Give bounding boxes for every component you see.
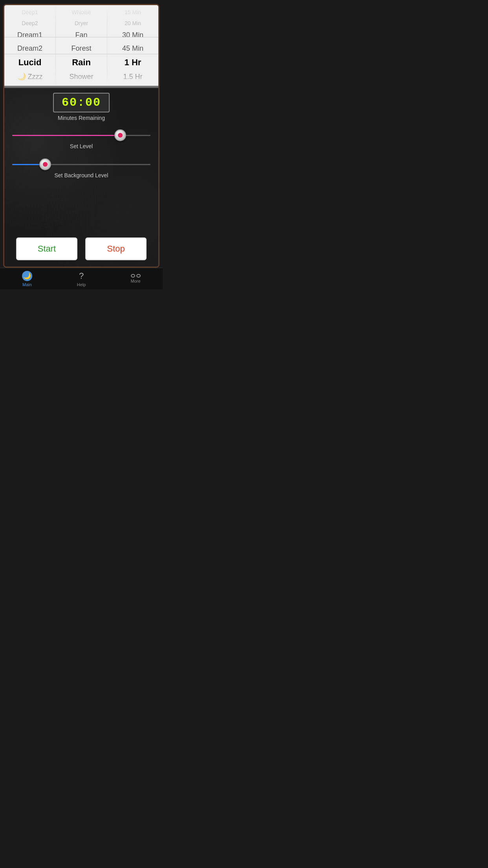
start-button[interactable]: Start [16, 237, 77, 260]
glasses-icon [131, 274, 141, 278]
list-item[interactable]: Dream1 [4, 29, 55, 42]
picker-col-sounds-right[interactable]: WNoise Dryer Fan Forest Rain Shower Stor… [56, 5, 107, 86]
level-slider-label: Set Level [12, 143, 150, 149]
list-item[interactable]: WNoise [56, 7, 107, 18]
picker-section[interactable]: Deep1 Deep2 Dream1 Dream2 Lucid 🌙 Zzzz W… [4, 5, 158, 86]
list-item[interactable]: 20 Min [107, 18, 158, 29]
nav-label-main: Main [22, 282, 32, 287]
background-slider-wrapper[interactable] [12, 157, 150, 171]
face-icon: 🌙 [22, 271, 32, 281]
nav-label-more: More [130, 279, 140, 283]
level-slider-thumb[interactable] [114, 129, 126, 141]
background-slider-label: Set Background Level [12, 172, 150, 178]
list-item[interactable]: Lucid [4, 55, 55, 70]
picker-columns[interactable]: Deep1 Deep2 Dream1 Dream2 Lucid 🌙 Zzzz W… [4, 5, 158, 86]
list-item[interactable]: Shower [56, 70, 107, 83]
nav-label-help: Help [77, 282, 86, 287]
list-item[interactable]: 30 Min [107, 29, 158, 42]
control-section: 60:00 Minutes Remaining Set Level Set Ba… [4, 88, 158, 267]
list-item[interactable]: 1 Hr [107, 55, 158, 70]
timer-label: Minutes Remaining [58, 115, 105, 121]
list-item[interactable]: 45 Min [107, 42, 158, 55]
nav-item-main[interactable]: 🌙 Main [0, 268, 54, 289]
buttons-row: Start Stop [12, 237, 150, 260]
list-item[interactable]: WakeUp [4, 83, 55, 86]
help-icon: ? [79, 271, 84, 281]
list-item[interactable]: Deep1 [4, 7, 55, 18]
main-frame: Deep1 Deep2 Dream1 Dream2 Lucid 🌙 Zzzz W… [3, 4, 160, 268]
list-item[interactable]: 2 Hr [107, 83, 158, 86]
list-item[interactable]: Dream2 [4, 42, 55, 55]
picker-col-sounds-left[interactable]: Deep1 Deep2 Dream1 Dream2 Lucid 🌙 Zzzz W… [4, 5, 56, 86]
list-item[interactable]: Forest [56, 42, 107, 55]
list-item[interactable]: Rain [56, 55, 107, 70]
glass-left [131, 274, 135, 278]
stop-button[interactable]: Stop [85, 237, 147, 260]
list-item[interactable]: Storm [56, 83, 107, 86]
timer-value: 60:00 [62, 96, 101, 109]
background-slider-thumb[interactable] [39, 158, 51, 170]
level-slider-fill [12, 135, 120, 136]
level-slider-container[interactable]: Set Level [12, 128, 150, 155]
bottom-nav: 🌙 Main ? Help More [0, 268, 163, 289]
list-item[interactable]: 1.5 Hr [107, 70, 158, 83]
background-slider-container[interactable]: Set Background Level [12, 157, 150, 184]
list-item[interactable]: Deep2 [4, 18, 55, 29]
list-item[interactable]: 15 Min [107, 7, 158, 18]
glass-right [136, 274, 141, 278]
level-slider-wrapper[interactable] [12, 128, 150, 142]
nav-item-help[interactable]: ? Help [54, 268, 108, 289]
nav-item-more[interactable]: More [108, 268, 163, 289]
list-item[interactable]: 🌙 Zzzz [4, 70, 55, 83]
picker-col-duration[interactable]: 15 Min 20 Min 30 Min 45 Min 1 Hr 1.5 Hr … [107, 5, 158, 86]
list-item[interactable]: Fan [56, 29, 107, 42]
list-item[interactable]: Dryer [56, 18, 107, 29]
timer-display: 60:00 [53, 93, 110, 112]
